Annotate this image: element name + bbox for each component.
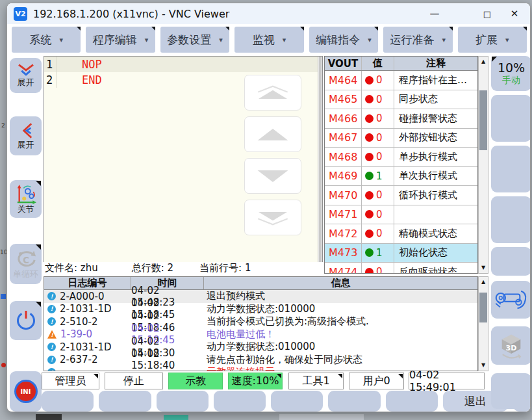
code-line[interactable]: 1 NOP	[44, 57, 322, 72]
status-tool[interactable]: 工具1	[288, 373, 344, 389]
menu-item-param-settings[interactable]: 参数设置 ▾	[160, 27, 229, 53]
scroll-up-icon[interactable]: ▲	[479, 59, 488, 64]
line-down-button[interactable]	[244, 158, 301, 194]
function-button-3[interactable]	[157, 391, 209, 412]
menu-label: 编辑指令	[316, 33, 360, 47]
vout-row[interactable]: M468 0 单步执行模式	[325, 148, 477, 167]
view-3d-button[interactable]: 3D	[491, 326, 531, 365]
right-panel-button-4[interactable]	[491, 247, 531, 276]
vout-row[interactable]: M472 0 精确模式状态	[325, 224, 477, 244]
menu-label: 运行准备	[390, 33, 435, 47]
corner-mark-icon	[398, 374, 403, 378]
double-chevron-left-icon	[18, 122, 34, 140]
sidebar-item-label: 关节	[18, 205, 34, 214]
editor-scrollbar[interactable]	[318, 57, 322, 262]
menu-item-edit-instruction[interactable]: 编辑指令 ▾	[309, 27, 378, 53]
function-button-1[interactable]	[42, 391, 94, 412]
vout-row[interactable]: M470 0 循环执行模式	[325, 186, 477, 205]
code-text: NOP	[57, 58, 102, 71]
expand-left-button[interactable]: 展开	[10, 116, 42, 155]
chevron-down-icon: ▾	[442, 36, 446, 44]
scroll-down-icon[interactable]: ▼	[479, 363, 488, 368]
vnc-viewer-window: V2 192.168.1.200 (x11vnc) - VNC Viewer —…	[6, 3, 531, 412]
vout-row[interactable]: M471 0	[325, 205, 477, 225]
loop-arrow-icon: C	[15, 248, 37, 269]
code-editor[interactable]: 1 NOP 2 END	[44, 56, 323, 263]
right-panel-button-3[interactable]	[491, 196, 531, 243]
column-header: VOUT	[325, 57, 362, 70]
function-button-5[interactable]	[271, 391, 323, 412]
log-scrollbar[interactable]: ▲ ▼	[478, 276, 488, 371]
code-text: END	[57, 73, 102, 86]
vout-row[interactable]: M474 0 反向驱动状态	[325, 263, 477, 274]
power-icon	[14, 309, 38, 332]
function-button-2[interactable]	[99, 391, 151, 412]
function-button-7[interactable]	[386, 391, 438, 412]
maximize-button[interactable]: □	[474, 3, 500, 24]
page-up-button[interactable]	[244, 75, 301, 111]
vout-scrollbar[interactable]: ▲ ▼	[478, 56, 488, 274]
menu-item-system[interactable]: 系统 ▾	[12, 27, 81, 53]
status-user-level[interactable]: 管理员	[42, 373, 99, 389]
chevron-down-icon: ▾	[368, 36, 372, 44]
game-controller-icon	[494, 287, 529, 312]
scroll-up-icon[interactable]: ▲	[479, 280, 488, 285]
double-chevron-down-icon	[16, 63, 36, 77]
menu-label: 参数设置	[167, 33, 211, 47]
svg-text:3D: 3D	[506, 343, 517, 352]
line-number: 2	[44, 72, 57, 88]
desktop-background: 2 10 V2 192.168.1.200 (x11vnc) - VNC Vie…	[0, 0, 532, 420]
function-button-4[interactable]	[214, 391, 266, 412]
window-titlebar[interactable]: V2 192.168.1.200 (x11vnc) - VNC Viewer —…	[7, 3, 530, 24]
log-row[interactable]: 2-1031-1D 04-02 15:18:45 动力学数据状态:010000	[44, 303, 477, 316]
status-dot	[365, 268, 374, 274]
scrollbar-thumb[interactable]	[479, 293, 487, 322]
vout-row-selected[interactable]: M473 1 初始化状态	[325, 244, 477, 263]
chevron-down-icon: ▾	[145, 36, 149, 44]
corner-mark-icon	[94, 374, 98, 378]
info-icon	[47, 292, 56, 300]
status-speed[interactable]: 速度:10%	[228, 373, 283, 389]
menu-item-monitor[interactable]: 监视 ▾	[234, 27, 303, 53]
chevron-down-icon: ▾	[59, 36, 63, 44]
scroll-down-icon[interactable]: ▼	[479, 265, 488, 270]
vout-row[interactable]: M464 0 程序指针在主…	[325, 71, 477, 90]
function-button-6[interactable]	[328, 391, 380, 412]
menu-item-program-edit[interactable]: 程序编辑 ▾	[86, 27, 155, 53]
status-teach-mode[interactable]: 示教	[168, 373, 223, 389]
right-panel-button-2[interactable]	[491, 146, 531, 192]
power-button[interactable]	[10, 301, 42, 340]
line-navigation	[244, 75, 301, 235]
ini-button[interactable]: INI	[10, 371, 42, 412]
minimize-button[interactable]: —	[422, 3, 448, 24]
scrollbar-thumb[interactable]	[479, 90, 487, 150]
expand-down-button[interactable]: 展开	[10, 58, 42, 93]
status-user-frame[interactable]: 用户0	[349, 373, 404, 389]
close-button[interactable]: ✕	[501, 3, 527, 24]
vout-row[interactable]: M465 0 同步状态	[325, 90, 477, 110]
single-loop-button[interactable]: C 单循环	[10, 244, 42, 284]
log-row[interactable]: 1-39-0 04-02 15:18:45 电池电量过低！	[44, 328, 477, 341]
corner-mark-icon	[338, 374, 342, 378]
robot-joint-axes-icon	[15, 183, 37, 204]
total-lines: 总行数: 2	[132, 262, 173, 274]
vout-row[interactable]: M469 1 单次执行模式	[325, 167, 477, 187]
menu-item-extension[interactable]: 扩展 ▾	[458, 27, 527, 53]
speed-mode-button[interactable]: 10% 手动	[491, 56, 531, 91]
vout-row[interactable]: M466 0 碰撞报警状态	[325, 109, 477, 129]
vout-row[interactable]: M467 0 外部按钮状态	[325, 129, 477, 148]
column-header: 注释	[394, 57, 477, 70]
line-up-button[interactable]	[244, 116, 301, 152]
pendant-controller-button[interactable]	[491, 281, 531, 319]
log-row[interactable]: 2-510-2 04-02 15:18:46 当前指令模式已切换为:高级指令模式…	[44, 315, 477, 328]
log-row[interactable]: 2-637-2 04-02 15:18:40 请先点击初始化，确保处于同步状态	[44, 354, 477, 367]
right-panel-button-5[interactable]	[491, 373, 531, 409]
right-panel-button-1[interactable]	[491, 95, 531, 142]
menu-item-run-prepare[interactable]: 运行准备 ▾	[383, 27, 452, 53]
status-run-state[interactable]: 停止	[105, 373, 163, 389]
joint-coordinate-button[interactable]: 关节	[10, 180, 42, 218]
log-row[interactable]: 2-1031-1D 04-02 15:18:30 动力学数据状态:010000	[44, 341, 477, 354]
page-down-button[interactable]	[244, 200, 301, 235]
menu-label: 扩展	[475, 33, 498, 47]
log-row[interactable]: 2-A000-0 04-02 15:48:23 退出预约模式	[44, 290, 477, 303]
